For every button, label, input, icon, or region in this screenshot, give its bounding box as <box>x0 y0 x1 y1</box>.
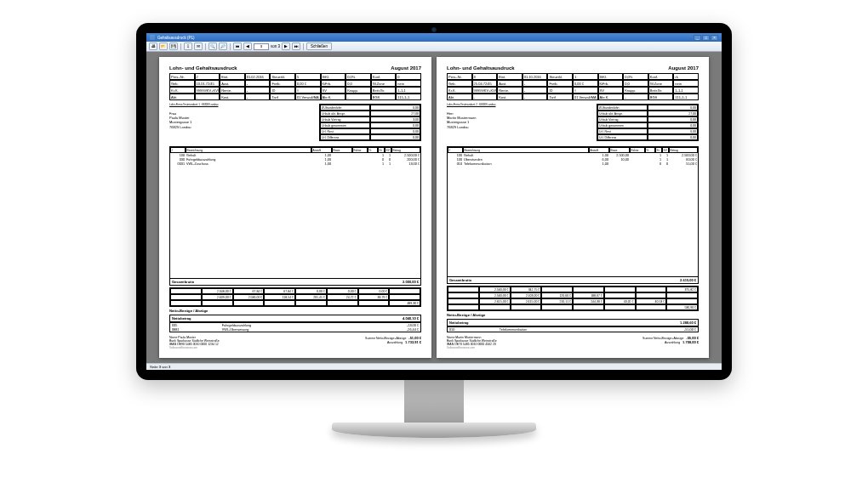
hours-box: Ø-Stundenlohn0,00Urlaub akt. Anspr.27,00… <box>319 104 421 141</box>
open-button[interactable]: 📂 <box>159 43 168 50</box>
page-left: Lohn- und GehaltsausdruckAugust 2017Pers… <box>159 57 431 358</box>
header-cell: ID <box>270 87 295 94</box>
header-cell: 0,00 € <box>295 80 321 87</box>
header-cell: nein <box>673 80 699 87</box>
mail-button[interactable]: ✉ <box>194 43 203 50</box>
header-cell: Tarif <box>270 94 295 100</box>
header-cell: Pers.-Nr. <box>447 73 472 80</box>
header-cell: Aust. <box>220 80 245 87</box>
next-page-button[interactable]: ▶ <box>282 43 290 50</box>
header-cell: 01.10.2016 <box>523 73 548 80</box>
header-cell: - <box>523 94 548 100</box>
page-right: Lohn- und GehaltsausdruckAugust 2017Pers… <box>437 57 709 358</box>
header-cell: Beitr.Gr. <box>371 87 397 94</box>
net-items: 010Telekommunikation-55,00 € <box>447 326 699 332</box>
save-button[interactable]: 💾 <box>169 43 178 50</box>
header-cell: 1-1-1 <box>396 87 421 94</box>
search-button[interactable]: 🔍 <box>208 43 217 50</box>
header-cell: 0,0% <box>623 73 648 80</box>
minimize-button[interactable]: _ <box>694 35 701 41</box>
first-page-button[interactable]: ⏮ <box>233 43 242 50</box>
header-cell: Kost. <box>220 94 245 100</box>
header-cell: BGS <box>648 94 674 100</box>
header-cell: - <box>245 87 271 94</box>
header-cell: 111-1-1 <box>396 94 421 100</box>
header-cell: 0,00 € <box>573 80 598 87</box>
header-cell: Eint. <box>497 73 523 80</box>
header-cell: Konf. <box>648 73 674 80</box>
header-cell: - <box>523 80 548 87</box>
header-cell: Steuerkl. <box>270 73 295 80</box>
header-cell: 5 <box>295 73 321 80</box>
header-cell: Knapp. <box>623 87 648 94</box>
app-window: Gehaltsausdruck (P1) _ □ × 🖶 📂 💾 ⇩ ✉ 🔍 🔎 <box>146 33 722 370</box>
print-button[interactable]: 🖶 <box>149 43 157 50</box>
header-cell: - <box>472 94 498 100</box>
status-bar: Seite 3 von 3 <box>146 363 722 370</box>
export-button[interactable]: ⇩ <box>184 43 192 50</box>
header-cell: 10.01.72/45 <box>195 80 220 87</box>
window-title: Gehaltsausdruck (P1) <box>157 36 195 40</box>
maximize-button[interactable]: □ <box>702 35 710 41</box>
monitor-bezel: Gehaltsausdruck (P1) _ □ × 🖶 📂 💾 ⇩ ✉ 🔍 🔎 <box>136 23 732 380</box>
header-cell: KiFrb. <box>321 80 346 87</box>
header-cell: Freib. <box>547 80 573 87</box>
header-cell: 111-1-1 <box>673 94 699 100</box>
header-cell: 99999/KV+KVSatz <box>472 87 498 94</box>
header-cell: nein <box>396 80 421 87</box>
deductions-grid: 2.348,00 €67,84 €67,84 €0,00 €0,00 €0,00… <box>169 287 421 307</box>
header-cell: 3 <box>472 73 498 80</box>
header-cell: 0,0 <box>345 80 371 87</box>
header-cell: Pers.-Nr. <box>169 73 195 80</box>
header-cell: Tarif <box>547 94 573 100</box>
header-cell: BGS <box>371 94 397 100</box>
doc-title: Lohn- und Gehaltsausdruck <box>169 65 237 71</box>
header-cell: Geb. <box>169 80 195 87</box>
zoom-button[interactable]: 🔎 <box>219 43 227 50</box>
net-amount-row: Nettobetrag4.040,10 € <box>169 315 421 322</box>
window-controls: _ □ × <box>694 35 718 41</box>
gross-total-row: Gesamtbrutto2.000,00 € <box>170 278 420 285</box>
header-cell: 0,0 <box>623 80 648 87</box>
last-page-button[interactable]: ⏭ <box>292 43 300 50</box>
header-cell: Beitr.Gr. <box>648 87 674 94</box>
preview-viewport: Lohn- und GehaltsausdruckAugust 2017Pers… <box>146 52 722 363</box>
toolbar: 🖶 📂 💾 ⇩ ✉ 🔍 🔎 ⏮ ◀ von 3 ▶ ⏭ Schließen <box>146 42 722 52</box>
header-cell: 99999/KV+KVSatz <box>195 87 220 94</box>
app-icon <box>150 35 155 40</box>
header-cell: Geb. <box>447 80 472 87</box>
header-cell: Knapp. <box>345 87 371 94</box>
page-input[interactable] <box>254 43 269 50</box>
close-button[interactable]: × <box>711 35 718 41</box>
header-cell: 01 Verwalt/MA <box>295 94 321 100</box>
page-footer: Softwareofficename.com <box>169 346 421 349</box>
close-preview-button[interactable]: Schließen <box>306 43 332 50</box>
header-cell: 0,0% <box>345 73 371 80</box>
header-cell: Kr.K. <box>169 87 195 94</box>
prev-page-button[interactable]: ◀ <box>243 43 252 50</box>
header-cell: 1-1-1 <box>673 87 699 94</box>
header-cell: ID <box>547 87 573 94</box>
monitor-mockup: Gehaltsausdruck (P1) _ □ × 🖶 📂 💾 ⇩ ✉ 🔍 🔎 <box>136 23 732 465</box>
net-label: Netto-Bezüge / Abzüge <box>169 309 421 313</box>
header-cell: Gl.Zone <box>648 80 674 87</box>
gross-total-row: Gesamtbrutto2.615,00 € <box>448 276 698 283</box>
header-cell: 1 <box>573 73 598 80</box>
earnings-block: #BezeichnungAnzahlBasisFaktor%StSVBetrag… <box>447 146 699 284</box>
header-cell: Freib. <box>270 80 295 87</box>
header-cell: Steuerkl. <box>547 73 573 80</box>
header-cell: Abt. <box>447 94 472 100</box>
header-cell: 2 <box>195 73 220 80</box>
bank-row: Name Paula MusterBank Sparkasse Südliche… <box>169 336 421 346</box>
header-grid: Pers.-Nr.2Eint.01.02.2016Steuerkl.5StKl.… <box>169 73 421 100</box>
header-cell: - <box>623 94 648 100</box>
status-text: Seite 3 von 3 <box>150 365 170 369</box>
period: August 2017 <box>391 65 421 71</box>
net-label: Netto-Bezüge / Abzüge <box>447 313 699 317</box>
camera-icon <box>431 27 437 32</box>
net-amount-row: Nettobetrag1.288,60 € <box>447 319 699 326</box>
header-cell: StKl. <box>598 73 624 80</box>
window-titlebar: Gehaltsausdruck (P1) _ □ × <box>146 33 722 42</box>
header-cell: Rente. <box>497 87 523 94</box>
monitor-stand-neck <box>404 380 464 423</box>
